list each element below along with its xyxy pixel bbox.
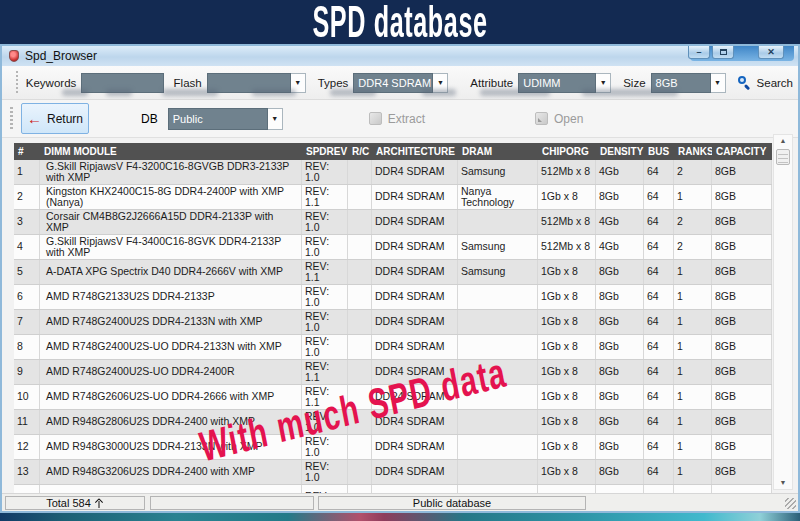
table-row[interactable]: 7 AMD R748G2400U2S DDR4-2133N with XMP R…: [14, 310, 772, 335]
status-middle-panel: [150, 496, 314, 510]
chevron-down-icon[interactable]: ▼: [433, 73, 448, 93]
table-row[interactable]: 4 G.Skill RipjawsV F4-3400C16-8GVK DDR4-…: [14, 235, 772, 260]
table-row[interactable]: 5 A-DATA XPG Spectrix D40 DDR4-2666V wit…: [14, 260, 772, 285]
maximize-button[interactable]: [712, 46, 734, 59]
open-button[interactable]: Open: [535, 112, 583, 126]
table-row[interactable]: 11 AMD R948G2806U2S DDR4-2400 with XMP R…: [14, 410, 772, 435]
col-header-ranks[interactable]: RANKS: [674, 143, 712, 160]
col-header-rc[interactable]: R/C: [348, 143, 372, 160]
table-row[interactable]: 13 AMD R948G3206U2S DDR4-2400 with XMP R…: [14, 460, 772, 485]
cell-ranks: 2: [674, 235, 712, 259]
col-header-dram[interactable]: DRAM: [458, 143, 538, 160]
cell-num: 9: [14, 360, 40, 384]
cell-bus: 64: [644, 235, 674, 259]
cell-architecture: DDR4 SDRAM: [372, 335, 458, 359]
extract-button[interactable]: Extract: [369, 112, 425, 126]
col-header-spdrev[interactable]: SPDREV: [302, 143, 348, 160]
cell-rc: [348, 360, 372, 384]
search-button[interactable]: Search: [738, 76, 798, 90]
cell-architecture: DDR4 SDRAM: [372, 260, 458, 284]
col-header-num[interactable]: #: [14, 143, 40, 160]
table-row[interactable]: REV:: [14, 485, 772, 493]
flash-value: [207, 73, 291, 93]
types-dropdown[interactable]: DDR4 SDRAM ▼: [353, 73, 448, 93]
cell-spdrev: REV:: [302, 485, 348, 493]
cell-architecture: DDR4 SDRAM: [372, 410, 458, 434]
col-header-density[interactable]: DENSITY: [596, 143, 644, 160]
cell-ranks: 1: [674, 335, 712, 359]
cell-architecture: DDR4 SDRAM: [372, 160, 458, 184]
table-row[interactable]: 6 AMD R748G2133U2S DDR4-2133P REV: 1.0 D…: [14, 285, 772, 310]
cell-spdrev: REV: 1.0: [302, 210, 348, 234]
database-name-panel: Public database: [318, 496, 586, 510]
attribute-dropdown[interactable]: UDIMM ▼: [518, 73, 611, 93]
cell-spdrev: REV: 1.0: [302, 335, 348, 359]
cell-dram: [458, 410, 538, 434]
cell-density: 8Gb: [596, 310, 644, 334]
cell-bus: [644, 485, 674, 493]
cell-spdrev: REV: 1.1: [302, 385, 348, 409]
cell-architecture: DDR4 SDRAM: [372, 210, 458, 234]
col-header-chiporg[interactable]: CHIPORG: [538, 143, 596, 160]
cell-spdrev: REV: 1.0: [302, 410, 348, 434]
cell-capacity: 8GB: [712, 460, 772, 484]
flash-dropdown[interactable]: ▼: [207, 73, 306, 93]
cell-ranks: 1: [674, 285, 712, 309]
chevron-down-icon[interactable]: ▼: [711, 73, 726, 93]
keywords-input[interactable]: [81, 73, 163, 93]
open-icon: [535, 112, 548, 125]
cell-dram: [458, 385, 538, 409]
scrollbar-thumb[interactable]: [776, 149, 790, 165]
cell-rc: [348, 385, 372, 409]
table-row[interactable]: 3 Corsair CM4B8G2J2666A15D DDR4-2133P wi…: [14, 210, 772, 235]
size-label: Size: [623, 77, 645, 89]
cell-rc: [348, 210, 372, 234]
close-button[interactable]: ✕: [758, 46, 784, 59]
col-header-capacity[interactable]: CAPACITY: [712, 143, 772, 160]
table-row[interactable]: 2 Kingston KHX2400C15-8G DDR4-2400P with…: [14, 185, 772, 210]
cell-ranks: 1: [674, 460, 712, 484]
cell-ranks: 1: [674, 185, 712, 209]
types-label: Types: [318, 77, 349, 89]
cell-density: 4Gb: [596, 160, 644, 184]
resize-grip[interactable]: [785, 498, 796, 509]
minimize-button[interactable]: –: [688, 46, 710, 59]
cjk-ge-unit-glyph: [94, 498, 104, 509]
cell-num: 11: [14, 410, 40, 434]
size-dropdown[interactable]: 8GB ▼: [651, 73, 726, 93]
cell-density: [596, 485, 644, 493]
db-dropdown[interactable]: Public ▼: [168, 108, 283, 130]
keywords-label: Keywords: [26, 77, 77, 89]
table-row[interactable]: 9 AMD R748G2400U2S-UO DDR4-2400R REV: 1.…: [14, 360, 772, 385]
cell-module: AMD R748G2133U2S DDR4-2133P: [40, 285, 302, 309]
chevron-down-icon[interactable]: ▼: [268, 108, 283, 130]
table-row[interactable]: 10 AMD R748G2606U2S-UO DDR4-2666 with XM…: [14, 385, 772, 410]
cell-architecture: DDR4 SDRAM: [372, 285, 458, 309]
screenshot-root: SPD database Spd_Browser – ✕ Keywords Fl…: [0, 0, 800, 521]
cell-num: 1: [14, 160, 40, 184]
status-bar: Total 584 Public database: [2, 493, 798, 511]
search-icon: [738, 76, 752, 90]
cell-capacity: 8GB: [712, 210, 772, 234]
cell-dram: [458, 285, 538, 309]
table-row[interactable]: 1 G.Skill RipjawsV F4-3200C16-8GVGB DDR3…: [14, 160, 772, 185]
chevron-down-icon[interactable]: ▼: [291, 73, 306, 93]
scroll-up-icon[interactable]: ▲: [780, 135, 787, 147]
table-row[interactable]: 8 AMD R748G2400U2S-UO DDR4-2133N with XM…: [14, 335, 772, 360]
cell-density: 4Gb: [596, 235, 644, 259]
cell-density: 8Gb: [596, 460, 644, 484]
return-button[interactable]: ← Return: [21, 103, 89, 134]
scroll-down-icon[interactable]: ▼: [780, 477, 787, 489]
col-header-arch[interactable]: ARCHITECTURE: [372, 143, 458, 160]
cell-density: 8Gb: [596, 435, 644, 459]
table-row[interactable]: 12 AMD R948G3000U2S DDR4-2133N with XMP …: [14, 435, 772, 460]
chevron-down-icon[interactable]: ▼: [596, 73, 611, 93]
cell-bus: 64: [644, 460, 674, 484]
cell-dram: [458, 435, 538, 459]
cell-dram: [458, 210, 538, 234]
vertical-scrollbar[interactable]: ▲ ▼: [773, 134, 793, 490]
col-header-module[interactable]: DIMM MODULE: [40, 143, 302, 160]
cell-num: 10: [14, 385, 40, 409]
cell-num: 5: [14, 260, 40, 284]
col-header-bus[interactable]: BUS: [644, 143, 674, 160]
